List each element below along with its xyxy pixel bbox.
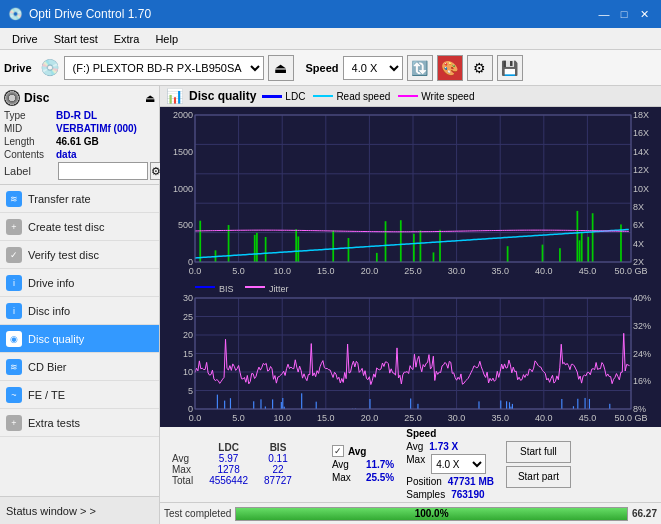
- disc-type-row: Type BD-R DL: [4, 110, 155, 121]
- verify-test-disc-label: Verify test disc: [28, 249, 99, 261]
- stats-max-label: Max: [164, 464, 201, 475]
- extra-tests-icon: +: [6, 415, 22, 431]
- upper-chart-canvas: [160, 107, 661, 280]
- start-part-button[interactable]: Start part: [506, 466, 571, 488]
- speed-avg-label: Avg: [406, 441, 423, 452]
- verify-test-disc-icon: ✓: [6, 247, 22, 263]
- disc-contents-value: data: [56, 149, 77, 160]
- transfer-rate-icon: ≋: [6, 191, 22, 207]
- disc-label-label: Label: [4, 165, 56, 177]
- progress-bar: 100.0%: [235, 507, 628, 521]
- save-button[interactable]: 💾: [497, 55, 523, 81]
- create-test-disc-label: Create test disc: [28, 221, 104, 233]
- jitter-avg-value: 11.7%: [366, 459, 394, 470]
- main-area: Disc ⏏ Type BD-R DL MID VERBATIMf (000) …: [0, 86, 661, 524]
- stats-avg-bis: 0.11: [256, 453, 300, 464]
- speed-max-select[interactable]: 4.0 X: [431, 454, 486, 474]
- close-button[interactable]: ✕: [635, 5, 653, 23]
- chart-header: 📊 Disc quality LDC Read speed Write spee…: [160, 86, 661, 107]
- label-input[interactable]: [58, 162, 148, 180]
- sidebar-item-disc-quality[interactable]: ◉ Disc quality: [0, 325, 159, 353]
- disc-label-row: Label ⚙: [4, 162, 155, 180]
- speed-section: Speed Avg 1.73 X Max 4.0 X Position 4773…: [406, 428, 494, 500]
- menu-start-test[interactable]: Start test: [46, 31, 106, 47]
- legend-read-speed: Read speed: [313, 91, 390, 102]
- menubar: Drive Start test Extra Help: [0, 28, 661, 50]
- disc-type-label: Type: [4, 110, 56, 121]
- sidebar-item-disc-info[interactable]: i Disc info: [0, 297, 159, 325]
- sidebar-item-extra-tests[interactable]: + Extra tests: [0, 409, 159, 437]
- sidebar-item-fe-te[interactable]: ~ FE / TE: [0, 381, 159, 409]
- charts-container: [160, 107, 661, 425]
- position-value: 47731 MB: [448, 476, 494, 487]
- disc-header-label: Disc: [24, 91, 49, 105]
- menu-help[interactable]: Help: [147, 31, 186, 47]
- status-time: 66.27: [632, 508, 657, 519]
- legend-read-speed-color: [313, 95, 333, 97]
- sidebar-item-cd-bier[interactable]: ≋ CD Bier: [0, 353, 159, 381]
- main-content: 📊 Disc quality LDC Read speed Write spee…: [160, 86, 661, 524]
- speed-max-row: Max 4.0 X: [406, 454, 494, 474]
- sidebar: Disc ⏏ Type BD-R DL MID VERBATIMf (000) …: [0, 86, 160, 524]
- jitter-header-row: ✓ Avg: [332, 445, 394, 457]
- samples-label: Samples: [406, 489, 445, 500]
- jitter-max-row: Max 25.5%: [332, 472, 394, 483]
- sidebar-item-transfer-rate[interactable]: ≋ Transfer rate: [0, 185, 159, 213]
- disc-contents-label: Contents: [4, 149, 56, 160]
- sidebar-item-drive-info[interactable]: i Drive info: [0, 269, 159, 297]
- stats-area: LDC BIS Avg 5.97 0.11 Max 1278 22: [160, 425, 661, 502]
- speed-select[interactable]: 4.0 X: [343, 56, 403, 80]
- jitter-checkbox[interactable]: ✓: [332, 445, 344, 457]
- menu-extra[interactable]: Extra: [106, 31, 148, 47]
- drive-icon: 💿: [40, 58, 60, 77]
- stats-table: LDC BIS Avg 5.97 0.11 Max 1278 22: [164, 442, 320, 486]
- jitter-max-label: Max: [332, 472, 362, 483]
- chart-icon: 📊: [166, 88, 183, 104]
- color-button[interactable]: 🎨: [437, 55, 463, 81]
- disc-header: Disc ⏏: [4, 90, 155, 106]
- disc-mid-value: VERBATIMf (000): [56, 123, 137, 134]
- titlebar: 💿 Opti Drive Control 1.70 — □ ✕: [0, 0, 661, 28]
- stats-avg-label: Avg: [164, 453, 201, 464]
- menu-drive[interactable]: Drive: [4, 31, 46, 47]
- stats-header-bis: BIS: [256, 442, 300, 453]
- drive-select[interactable]: (F:) PLEXTOR BD-R PX-LB950SA 1.06: [64, 56, 264, 80]
- toolbar: Drive 💿 (F:) PLEXTOR BD-R PX-LB950SA 1.0…: [0, 50, 661, 86]
- eject-button[interactable]: ⏏: [268, 55, 294, 81]
- app-icon: 💿: [8, 7, 23, 21]
- disc-mid-row: MID VERBATIMf (000): [4, 123, 155, 134]
- cd-bier-label: CD Bier: [28, 361, 67, 373]
- stats-row-headers: LDC BIS Avg 5.97 0.11 Max 1278 22: [164, 428, 657, 500]
- jitter-section: ✓ Avg Avg 11.7% Max 25.5%: [332, 445, 394, 483]
- transfer-rate-label: Transfer rate: [28, 193, 91, 205]
- disc-length-label: Length: [4, 136, 56, 147]
- disc-length-row: Length 46.61 GB: [4, 136, 155, 147]
- jitter-avg-label: Avg: [332, 459, 362, 470]
- sidebar-item-verify-test-disc[interactable]: ✓ Verify test disc: [0, 241, 159, 269]
- legend-ldc-color: [262, 95, 282, 98]
- disc-quality-icon: ◉: [6, 331, 22, 347]
- jitter-max-value: 25.5%: [366, 472, 394, 483]
- maximize-button[interactable]: □: [615, 5, 633, 23]
- stats-avg-ldc: 5.97: [201, 453, 256, 464]
- disc-quality-label: Disc quality: [28, 333, 84, 345]
- start-full-button[interactable]: Start full: [506, 441, 571, 463]
- disc-eject-icon[interactable]: ⏏: [145, 92, 155, 105]
- disc-mid-label: MID: [4, 123, 56, 134]
- fe-te-label: FE / TE: [28, 389, 65, 401]
- position-row: Position 47731 MB: [406, 476, 494, 487]
- create-test-disc-icon: +: [6, 219, 22, 235]
- legend-write-speed-label: Write speed: [421, 91, 474, 102]
- refresh-button[interactable]: 🔃: [407, 55, 433, 81]
- minimize-button[interactable]: —: [595, 5, 613, 23]
- titlebar-title: 💿 Opti Drive Control 1.70: [8, 7, 151, 21]
- disc-info-label: Disc info: [28, 305, 70, 317]
- sidebar-item-create-test-disc[interactable]: + Create test disc: [0, 213, 159, 241]
- status-window-button[interactable]: Status window > >: [0, 496, 159, 524]
- extra-tests-label: Extra tests: [28, 417, 80, 429]
- cd-bier-icon: ≋: [6, 359, 22, 375]
- disc-icon: [4, 90, 20, 106]
- stats-max-bis: 22: [256, 464, 300, 475]
- legend-write-speed-color: [398, 95, 418, 97]
- settings-button[interactable]: ⚙: [467, 55, 493, 81]
